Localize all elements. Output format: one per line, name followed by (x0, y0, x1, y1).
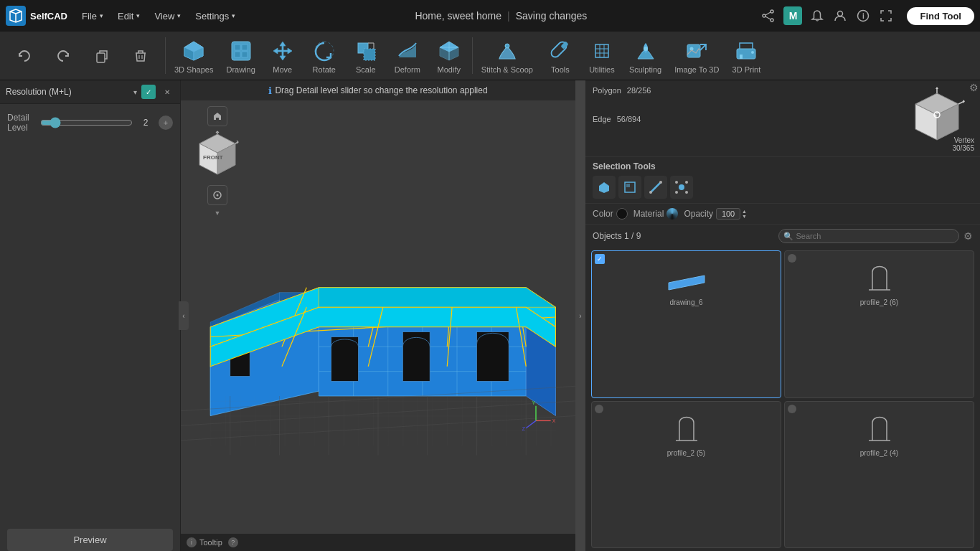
m-badge-icon[interactable]: M (783, 6, 802, 25)
color-picker[interactable] (616, 208, 628, 220)
color-item: Color (593, 208, 628, 220)
info-icon[interactable]: i (855, 8, 871, 24)
right-panel-collapse-button[interactable]: › (575, 80, 585, 551)
selection-tools-row (585, 171, 980, 203)
opacity-input[interactable] (716, 208, 740, 220)
tool-tools[interactable]: Tools (540, 32, 580, 80)
tool-3d-print[interactable]: 3D Print (726, 32, 766, 80)
detail-level-value: 2 (137, 118, 154, 128)
panel-collapse-button[interactable]: ‹ (179, 301, 189, 330)
sel-vertex-button[interactable] (670, 176, 693, 199)
object-dot (595, 405, 603, 413)
menu-edit[interactable]: Edit ▾ (112, 8, 146, 24)
object-card-profile26[interactable]: profile_2 (6) (784, 250, 974, 398)
polygon-label: Polygon (593, 86, 621, 95)
material-item: Material (633, 208, 679, 220)
color-label: Color (593, 209, 613, 219)
objects-settings-button[interactable]: ⚙ (963, 230, 973, 242)
object-card-drawing6[interactable]: ✓ drawing_6 (591, 250, 781, 398)
svg-rect-31 (687, 44, 700, 57)
share-icon[interactable] (760, 8, 776, 24)
tool-drawing[interactable]: Drawing (220, 32, 260, 80)
bell-icon[interactable] (809, 8, 825, 24)
panel-check-button[interactable]: ✓ (141, 85, 156, 99)
scene-canvas[interactable]: X Y Z (181, 100, 575, 534)
copy-button[interactable] (83, 40, 121, 72)
project-title: Home, sweet home (415, 10, 501, 22)
svg-text:Y: Y (532, 400, 536, 405)
logo[interactable]: SelfCAD (6, 6, 67, 26)
panel-close-button[interactable]: ✕ (160, 85, 174, 99)
tooltip-help-icon[interactable]: ? (228, 537, 238, 547)
svg-rect-14 (242, 44, 248, 50)
trash-button[interactable] (122, 40, 159, 72)
3d-scene-svg: X Y Z (181, 116, 575, 518)
svg-point-102 (685, 191, 688, 194)
geo-settings-button[interactable]: ⚙ (969, 82, 979, 93)
material-icon[interactable] (666, 208, 678, 220)
object-card-profile25[interactable]: profile_2 (5) (591, 401, 781, 549)
menu-view[interactable]: View ▾ (149, 8, 187, 24)
search-box-wrap: 🔍 (778, 229, 960, 243)
info-bar-icon: ℹ (268, 85, 272, 96)
tool-stitch-scoop[interactable]: Stitch & Scoop (476, 32, 539, 80)
menu-settings[interactable]: Settings ▾ (189, 8, 241, 24)
trash-icon (128, 43, 154, 69)
sel-object-button[interactable] (593, 176, 616, 199)
tool-move[interactable]: Move (263, 32, 303, 80)
svg-line-4 (765, 12, 771, 15)
opacity-down-arrow[interactable]: ▼ (742, 214, 747, 219)
detail-level-increment[interactable]: + (159, 116, 173, 130)
redo-icon (50, 43, 76, 69)
viewport[interactable]: ℹ Drag Detail level slider so change the… (181, 80, 575, 551)
menu-file[interactable]: File ▾ (76, 8, 109, 24)
logo-text: SelfCAD (30, 11, 67, 22)
panel-title: Resolution (M+L) (6, 87, 129, 97)
toolbar: 3D Shapes Drawing Move (0, 32, 980, 80)
svg-rect-19 (364, 49, 375, 60)
panel-content: Detail Level 2 + (0, 104, 180, 529)
svg-marker-103 (669, 276, 705, 290)
svg-rect-35 (740, 55, 743, 59)
panel-header: Resolution (M+L) ▾ ✓ ✕ (0, 80, 180, 104)
selection-tools-header: Selection Tools (585, 157, 980, 171)
tool-modify[interactable]: Modify (429, 32, 469, 80)
tool-sculpting[interactable]: Sculpting (623, 32, 667, 80)
right-panel: Polygon 28/256 Edge 56/894 (585, 80, 980, 551)
tool-utilities[interactable]: Utilities (582, 32, 622, 80)
logo-icon (6, 6, 26, 26)
tool-scale[interactable]: Scale (346, 32, 386, 80)
object-card-profile24[interactable]: profile_2 (4) (784, 401, 974, 549)
find-tool-button[interactable]: Find Tool (907, 7, 974, 25)
undo-button[interactable] (6, 40, 43, 72)
tool-image-to-3d[interactable]: Image To 3D (669, 32, 725, 80)
search-input[interactable] (778, 229, 960, 243)
material-label: Material (633, 209, 664, 219)
svg-point-96 (649, 191, 652, 194)
preview-button[interactable]: Preview (7, 529, 173, 551)
fullscreen-icon[interactable] (878, 8, 894, 24)
tool-3d-shapes[interactable]: 3D Shapes (169, 32, 219, 80)
svg-point-6 (838, 11, 843, 17)
opacity-up-arrow[interactable]: ▲ (742, 209, 747, 214)
saving-status: Saving changes (516, 10, 588, 22)
vertex-label: Vertex (952, 136, 974, 144)
svg-point-3 (763, 14, 765, 17)
tool-rotate[interactable]: Rotate (304, 32, 344, 80)
svg-point-24 (505, 44, 509, 48)
sel-edge-button[interactable] (644, 176, 667, 199)
detail-level-slider[interactable] (40, 117, 133, 128)
svg-point-101 (675, 191, 678, 194)
svg-rect-16 (242, 52, 248, 57)
tooltip-icon: i (187, 537, 197, 547)
opacity-label: Opacity (684, 209, 713, 219)
panel-dropdown-icon: ▾ (133, 88, 137, 96)
redo-button[interactable] (44, 40, 82, 72)
objects-grid: ✓ drawing_6 profile_2 (6) (585, 248, 980, 551)
detail-level-row: Detail Level 2 + (7, 113, 173, 133)
undo-icon (11, 43, 37, 69)
svg-marker-90 (936, 87, 938, 89)
tool-deform[interactable]: Deform (387, 32, 428, 80)
user-icon[interactable] (832, 8, 848, 24)
sel-polygon-button[interactable] (618, 176, 641, 199)
